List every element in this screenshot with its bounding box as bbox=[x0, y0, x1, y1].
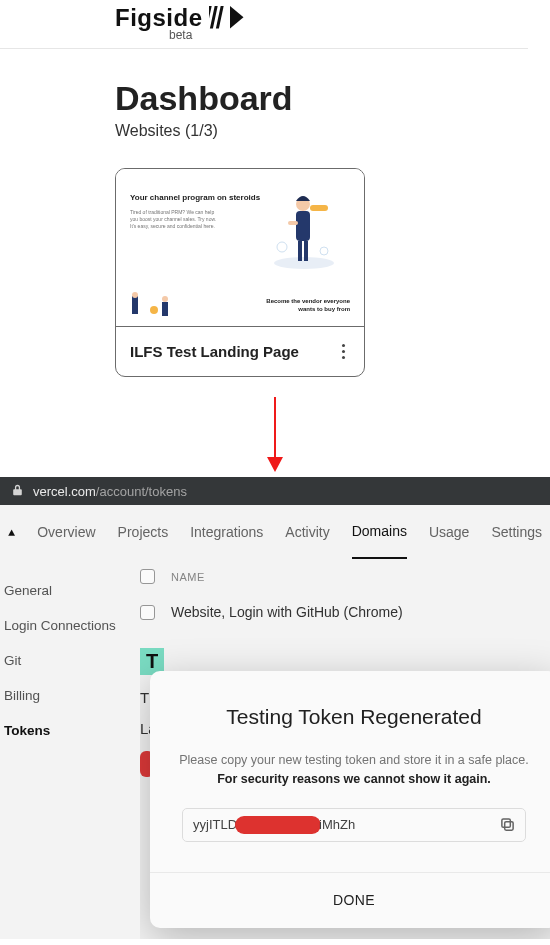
copy-icon[interactable] bbox=[500, 817, 515, 832]
brand-name: Figside bbox=[115, 4, 203, 31]
figside-logo-icon bbox=[209, 4, 245, 36]
token-modal: Testing Token Regenerated Please copy yo… bbox=[150, 671, 550, 928]
website-card[interactable]: Your channel program on steroids Tired o… bbox=[115, 168, 365, 377]
token-redaction bbox=[235, 816, 321, 834]
modal-title: Testing Token Regenerated bbox=[162, 705, 546, 729]
modal-subtitle: Please copy your new testing token and s… bbox=[162, 751, 546, 770]
svg-rect-21 bbox=[505, 822, 513, 830]
thumb-mini-illustration-icon bbox=[130, 292, 190, 320]
svg-marker-3 bbox=[230, 6, 244, 29]
svg-point-17 bbox=[162, 296, 168, 302]
tab-usage[interactable]: Usage bbox=[429, 506, 469, 558]
thumb-illustration-icon bbox=[262, 185, 342, 275]
svg-point-5 bbox=[277, 242, 287, 252]
svg-point-6 bbox=[320, 247, 328, 255]
tab-settings[interactable]: Settings bbox=[491, 506, 542, 558]
website-card-title: ILFS Test Landing Page bbox=[130, 343, 299, 360]
tab-overview[interactable]: Overview bbox=[37, 506, 95, 558]
url-path: /account/tokens bbox=[96, 484, 187, 499]
svg-rect-13 bbox=[132, 296, 138, 314]
page-title: Dashboard bbox=[115, 79, 550, 118]
svg-rect-12 bbox=[288, 221, 298, 225]
svg-rect-7 bbox=[296, 211, 310, 241]
sidebar-item-general[interactable]: General bbox=[4, 573, 140, 608]
tab-projects[interactable]: Projects bbox=[118, 506, 169, 558]
vercel-logo-icon bbox=[8, 524, 15, 540]
url-host: vercel.com bbox=[33, 484, 96, 499]
select-all-checkbox[interactable] bbox=[140, 569, 155, 584]
row-checkbox[interactable] bbox=[140, 605, 155, 620]
svg-marker-20 bbox=[8, 530, 15, 536]
svg-rect-9 bbox=[298, 241, 302, 261]
svg-point-14 bbox=[132, 292, 138, 298]
sidebar-item-billing[interactable]: Billing bbox=[4, 678, 140, 713]
sidebar-item-tokens[interactable]: Tokens bbox=[4, 713, 140, 748]
tab-activity[interactable]: Activity bbox=[285, 506, 329, 558]
tab-domains[interactable]: Domains bbox=[352, 505, 407, 559]
website-thumbnail: Your channel program on steroids Tired o… bbox=[116, 169, 364, 327]
lock-icon bbox=[12, 484, 33, 499]
token-field: yyjITLD iMhZh bbox=[182, 808, 526, 842]
websites-count: Websites (1/3) bbox=[115, 122, 550, 140]
sidebar-item-git[interactable]: Git bbox=[4, 643, 140, 678]
figside-brand: Figside beta bbox=[115, 4, 528, 42]
tab-integrations[interactable]: Integrations bbox=[190, 506, 263, 558]
figside-header: Figside beta bbox=[0, 0, 528, 49]
col-name: NAME bbox=[171, 571, 205, 583]
svg-rect-2 bbox=[215, 6, 223, 29]
token-suffix: iMhZh bbox=[319, 817, 355, 832]
row-description: Website, Login with GitHub (Chrome) bbox=[171, 604, 403, 620]
thumb-tagline: Become the vendor everyone wants to buy … bbox=[250, 298, 350, 314]
settings-sidebar: General Login Connections Git Billing To… bbox=[0, 559, 140, 939]
svg-rect-1 bbox=[209, 6, 217, 29]
top-nav: Overview Projects Integrations Activity … bbox=[0, 505, 550, 559]
modal-done-button[interactable]: DONE bbox=[150, 872, 550, 928]
thumb-subtext: Tired of traditional PRM? We can help yo… bbox=[130, 209, 220, 230]
svg-rect-16 bbox=[162, 302, 168, 316]
svg-rect-22 bbox=[502, 819, 510, 827]
arrow-down-icon bbox=[0, 397, 550, 477]
sidebar-item-login-connections[interactable]: Login Connections bbox=[4, 608, 140, 643]
card-menu-button[interactable] bbox=[336, 344, 350, 359]
tokens-table-header: NAME bbox=[140, 559, 550, 594]
modal-warning: For security reasons we cannot show it a… bbox=[162, 772, 546, 786]
token-prefix: yyjITLD bbox=[193, 817, 237, 832]
svg-point-15 bbox=[150, 306, 158, 314]
svg-rect-11 bbox=[310, 205, 328, 211]
svg-marker-19 bbox=[267, 457, 283, 472]
browser-address-bar: vercel.com/account/tokens bbox=[0, 477, 550, 505]
svg-rect-10 bbox=[304, 241, 308, 261]
table-row[interactable]: Website, Login with GitHub (Chrome) bbox=[140, 594, 550, 630]
